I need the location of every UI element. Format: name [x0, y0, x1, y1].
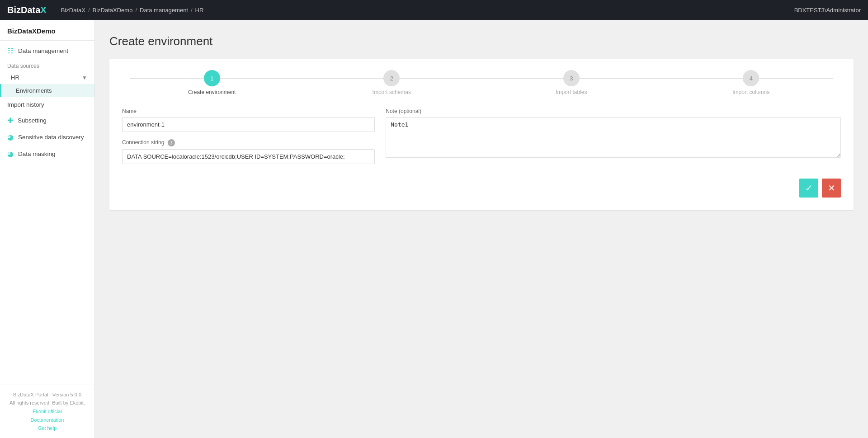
content-area: Create environment 1 Create environment … [95, 20, 868, 438]
note-group: Note (optional) [386, 108, 841, 159]
connection-group: Connection string i [122, 139, 375, 164]
step-2: 2 Import schemas [302, 70, 482, 95]
step-1: 1 Create environment [122, 70, 302, 95]
dropdown-arrow-icon: ▼ [82, 75, 87, 81]
sidebar-item-import-history[interactable]: Import history [0, 97, 94, 112]
connection-input[interactable] [122, 149, 375, 164]
step-label-4: Import columns [732, 89, 769, 95]
step-label-1: Create environment [188, 89, 236, 95]
footer-link-ekobit[interactable]: Ekobit official [7, 407, 87, 416]
sidebar-item-data-management-label: Data management [18, 47, 68, 54]
cancel-button[interactable]: ✕ [822, 179, 841, 198]
footer-line1: BizDataX Portal · Version 5.0.0 [7, 391, 87, 399]
confirm-button[interactable]: ✓ [799, 179, 818, 198]
page-title: Create environment [109, 34, 854, 48]
sidebar-nav: ☷ Data management Data sources HR ▼ Envi… [0, 41, 94, 385]
form-row: Name Connection string i Note (optio [122, 108, 841, 171]
breadcrumb-item-3[interactable]: Data management [140, 7, 188, 14]
sidebar-source-hr-label: HR [11, 74, 19, 81]
form-col-left: Name Connection string i [122, 108, 375, 171]
sidebar-item-environments-label: Environments [16, 87, 52, 94]
sidebar-item-import-history-label: Import history [7, 101, 44, 108]
action-bar: ✓ ✕ [122, 179, 841, 198]
sidebar-item-data-masking-label: Data masking [18, 151, 56, 157]
sidebar-project: BizDataXDemo [0, 20, 94, 41]
breadcrumb-item-2[interactable]: BizDataXDemo [93, 7, 133, 14]
logo: BizDataX [7, 5, 47, 15]
sidebar-section-data-sources: Data sources [0, 59, 94, 71]
note-textarea[interactable] [386, 117, 841, 158]
footer-link-docs[interactable]: Documentation [7, 416, 87, 424]
sidebar-source-hr[interactable]: HR ▼ [0, 71, 94, 84]
data-management-icon: ☷ [7, 47, 14, 55]
footer-line2: All rights reserved. Built by Ekobit. [7, 399, 87, 407]
sidebar-item-sensitive-data[interactable]: ◕ Sensitive data discovery [0, 129, 94, 146]
sensitive-data-icon: ◕ [7, 133, 14, 141]
sidebar-item-subsetting[interactable]: ✚ Subsetting [0, 112, 94, 129]
breadcrumb: BizDataX / BizDataXDemo / Data managemen… [61, 7, 204, 14]
wizard-card: 1 Create environment 2 Import schemas 3 … [109, 59, 854, 210]
step-3: 3 Import tables [481, 70, 661, 95]
form-col-right: Note (optional) [386, 108, 841, 171]
breadcrumb-item-4[interactable]: HR [195, 7, 204, 14]
step-circle-3: 3 [563, 70, 580, 86]
step-label-3: Import tables [556, 89, 587, 95]
connection-info-icon[interactable]: i [168, 139, 175, 146]
step-circle-2: 2 [383, 70, 400, 86]
sidebar-item-environments[interactable]: Environments [0, 84, 94, 97]
step-label-2: Import schemas [373, 89, 411, 95]
name-input[interactable] [122, 117, 375, 132]
footer-link-help[interactable]: Get help [7, 424, 87, 433]
name-label: Name [122, 108, 375, 114]
subsetting-icon: ✚ [7, 116, 13, 125]
note-label: Note (optional) [386, 108, 841, 114]
sidebar: BizDataXDemo ☷ Data management Data sour… [0, 20, 95, 438]
sidebar-item-data-masking[interactable]: ◕ Data masking [0, 146, 94, 162]
breadcrumb-item-1[interactable]: BizDataX [61, 7, 85, 14]
name-group: Name [122, 108, 375, 132]
sidebar-item-subsetting-label: Subsetting [18, 117, 47, 124]
topbar: BizDataX BizDataX / BizDataXDemo / Data … [0, 0, 868, 20]
user-label: BDXTEST3\Administrator [794, 7, 861, 14]
connection-label: Connection string i [122, 139, 375, 146]
sidebar-footer: BizDataX Portal · Version 5.0.0 All righ… [0, 385, 94, 438]
step-circle-1: 1 [204, 70, 220, 86]
sidebar-item-sensitive-data-label: Sensitive data discovery [18, 134, 84, 141]
step-4: 4 Import columns [661, 70, 841, 95]
stepper: 1 Create environment 2 Import schemas 3 … [122, 70, 841, 95]
step-circle-4: 4 [743, 70, 759, 86]
data-masking-icon: ◕ [7, 150, 14, 158]
sidebar-item-data-management[interactable]: ☷ Data management [0, 42, 94, 59]
logo-text: BizDataX [7, 5, 47, 15]
